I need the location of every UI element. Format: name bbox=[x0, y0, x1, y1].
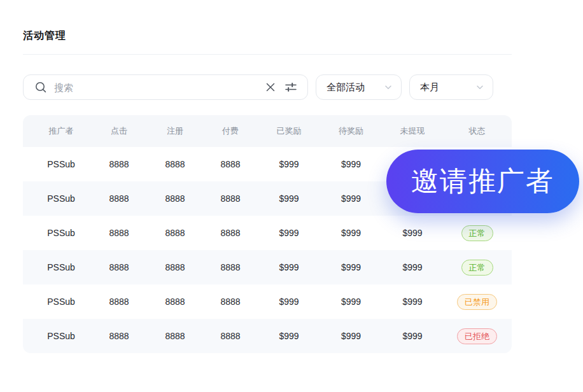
status-cell: 已禁用 bbox=[442, 294, 512, 310]
table-cell: PSSub bbox=[23, 228, 90, 238]
status-badge: 正常 bbox=[461, 260, 493, 276]
table-cell: 8888 bbox=[148, 193, 202, 204]
month-filter-value: 本月 bbox=[420, 81, 439, 94]
table-cell: 8888 bbox=[202, 228, 258, 238]
status-badge: 正常 bbox=[461, 225, 493, 241]
table-cell: $999 bbox=[383, 297, 442, 307]
search-icon bbox=[34, 81, 47, 94]
clear-search-icon[interactable] bbox=[265, 82, 276, 92]
table-cell: $999 bbox=[258, 297, 320, 307]
table-cell: $999 bbox=[320, 297, 383, 307]
status-cell: 已拒绝 bbox=[442, 328, 512, 344]
column-header: 待奖励 bbox=[320, 125, 383, 137]
column-header: 注册 bbox=[148, 125, 202, 137]
header-divider bbox=[23, 54, 512, 55]
month-filter-dropdown[interactable]: 本月 bbox=[409, 74, 493, 100]
column-header: 未提现 bbox=[383, 125, 442, 137]
table-header-row: 推广者点击注册付费已奖励待奖励未提现状态 bbox=[23, 115, 512, 147]
table-row: PSSub888888888888$999$999$999已拒绝 bbox=[23, 319, 512, 353]
search-input[interactable] bbox=[54, 82, 256, 93]
table-cell: 8888 bbox=[202, 262, 258, 272]
table-cell: PSSub bbox=[23, 331, 90, 341]
table-cell: $999 bbox=[320, 331, 383, 341]
chevron-down-icon bbox=[384, 83, 392, 91]
column-header: 推广者 bbox=[23, 125, 90, 137]
table-cell: $999 bbox=[383, 262, 442, 272]
table-cell: $999 bbox=[258, 331, 320, 341]
search-box[interactable] bbox=[23, 74, 308, 100]
page: 活动管理 bbox=[0, 0, 583, 392]
table-cell: PSSub bbox=[23, 159, 90, 169]
table-row: PSSub888888888888$999$999$999正常 bbox=[23, 216, 512, 250]
table-cell: $999 bbox=[258, 159, 320, 169]
table-cell: 8888 bbox=[148, 228, 202, 238]
column-header: 状态 bbox=[442, 125, 512, 137]
table-cell: 8888 bbox=[90, 331, 148, 341]
activity-filter-dropdown[interactable]: 全部活动 bbox=[316, 74, 402, 100]
page-title: 活动管理 bbox=[23, 29, 512, 43]
table-cell: 8888 bbox=[90, 262, 148, 272]
column-header: 已奖励 bbox=[258, 125, 320, 137]
table-cell: 8888 bbox=[202, 159, 258, 169]
column-header: 点击 bbox=[90, 125, 148, 137]
status-cell: 正常 bbox=[442, 225, 512, 241]
table-cell: 8888 bbox=[90, 228, 148, 238]
table-row: PSSub888888888888$999$999$999正常 bbox=[23, 250, 512, 284]
table-cell: PSSub bbox=[23, 193, 90, 204]
table-cell: 8888 bbox=[202, 193, 258, 204]
table-cell: 8888 bbox=[90, 159, 148, 169]
table-cell: $999 bbox=[258, 193, 320, 204]
table-cell: 8888 bbox=[148, 159, 202, 169]
activity-filter-value: 全部活动 bbox=[327, 81, 365, 94]
table-cell: 8888 bbox=[148, 297, 202, 307]
status-badge: 已拒绝 bbox=[457, 328, 497, 344]
table-cell: $999 bbox=[383, 228, 442, 238]
invite-promoter-button[interactable]: 邀请推广者 bbox=[386, 150, 579, 213]
table-cell: 8888 bbox=[90, 297, 148, 307]
table-cell: 8888 bbox=[90, 193, 148, 204]
table-cell: PSSub bbox=[23, 297, 90, 307]
table-cell: $999 bbox=[320, 228, 383, 238]
status-cell: 正常 bbox=[442, 260, 512, 276]
status-badge: 已禁用 bbox=[457, 294, 497, 310]
table-row: PSSub888888888888$999$999$999已禁用 bbox=[23, 284, 512, 319]
table-cell: $999 bbox=[258, 262, 320, 272]
table-cell: $999 bbox=[258, 228, 320, 238]
table-cell: $999 bbox=[320, 193, 383, 204]
table-cell: 8888 bbox=[148, 262, 202, 272]
chevron-down-icon bbox=[476, 83, 484, 91]
table-cell: $999 bbox=[320, 262, 383, 272]
toolbar: 全部活动 本月 bbox=[23, 74, 512, 100]
table-cell: 8888 bbox=[148, 331, 202, 341]
table-cell: $999 bbox=[320, 159, 383, 169]
table-cell: PSSub bbox=[23, 262, 90, 272]
table-cell: 8888 bbox=[202, 297, 258, 307]
column-header: 付费 bbox=[202, 125, 258, 137]
filter-settings-icon[interactable] bbox=[284, 81, 297, 94]
table-cell: $999 bbox=[383, 331, 442, 341]
table-cell: 8888 bbox=[202, 331, 258, 341]
